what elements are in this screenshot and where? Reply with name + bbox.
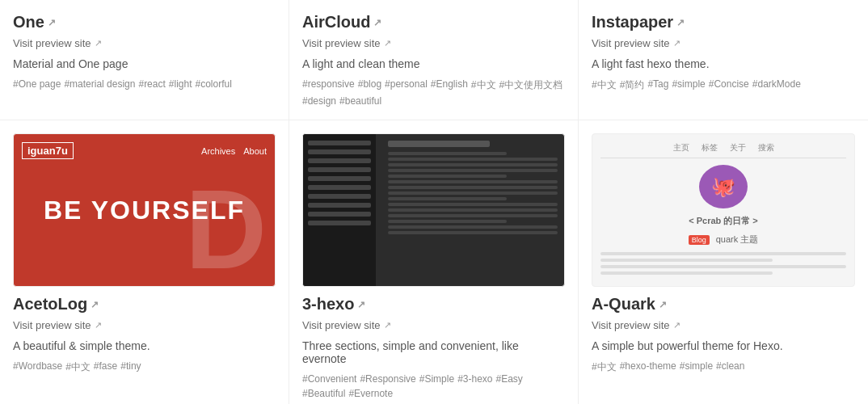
card-one: One ↗ Visit preview site ↗ Material and … (0, 0, 289, 120)
preview-logo: iguan7u (22, 142, 74, 159)
tag-item: #中文 (592, 78, 617, 92)
external-link-icon: ↗ (676, 17, 685, 28)
tag-list: #中文#hexo-theme#simple#clean (592, 360, 855, 374)
card-description: A light and clean theme (302, 57, 565, 70)
tag-item: #colorful (196, 78, 232, 90)
external-link-icon: ↗ (673, 38, 680, 48)
tag-list: #中文#简约#Tag#simple#Concise#darkMode (592, 78, 855, 92)
card-title-link[interactable]: A-Quark ↗ (592, 295, 667, 314)
tag-item: #simple (680, 360, 713, 374)
tag-item: #hexo-theme (620, 360, 676, 374)
tag-list: #Wordbase#中文#fase#tiny (13, 360, 276, 374)
tag-item: #darkMode (752, 78, 801, 92)
tag-item: #Tag (647, 78, 668, 92)
card-aquark: 主页标签关于搜索 🐙 < Pcrab 的日常 > Blog quark 主题 A… (579, 120, 868, 404)
tag-item: #Concise (709, 78, 749, 92)
tag-item: #Beautiful (302, 388, 345, 399)
tag-list: #Convenient#Responsive#Simple#3-hexo#Eas… (302, 373, 565, 399)
card-title-text: AirCloud (302, 13, 370, 32)
card-description: A beautiful & simple theme. (13, 339, 276, 352)
card-acetolog: iguan7u ArchivesAbout BE YOURSELF D Acet… (0, 120, 289, 404)
card-title-text: Instapaper (592, 13, 673, 32)
card-title-link[interactable]: AirCloud ↗ (302, 13, 381, 32)
card-instapaper: Instapaper ↗ Visit preview site ↗ A ligh… (579, 0, 868, 120)
visit-preview-link[interactable]: Visit preview site ↗ (302, 319, 391, 331)
visit-label-text: Visit preview site (13, 37, 91, 49)
tag-item: #material design (64, 78, 135, 90)
card-title-link[interactable]: 3-hexo ↗ (302, 295, 365, 314)
preview-mascot: 🐙 (699, 165, 748, 208)
tag-item: #3-hexo (457, 373, 492, 385)
tag-item: #Wordbase (13, 360, 62, 374)
preview-nav: ArchivesAbout (201, 146, 267, 156)
tag-list: #responsive#blog#personal#English#中文#中文使… (302, 78, 565, 107)
tag-item: #tiny (120, 360, 141, 374)
tag-item: #clean (716, 360, 744, 374)
card-aircloud: AirCloud ↗ Visit preview site ↗ A light … (289, 0, 579, 120)
tag-item: #Responsive (360, 373, 415, 385)
tag-item: #personal (385, 78, 428, 92)
visit-preview-link[interactable]: Visit preview site ↗ (592, 37, 680, 49)
external-link-icon: ↗ (95, 38, 102, 48)
visit-preview-link[interactable]: Visit preview site ↗ (302, 37, 391, 49)
tag-item: #中文 (471, 78, 496, 92)
tag-item: #Convenient (302, 373, 356, 385)
card-title-link[interactable]: AcetoLog ↗ (13, 295, 99, 314)
tag-item: #responsive (302, 78, 355, 92)
tag-item: #Simple (419, 373, 454, 385)
preview-image: 主页标签关于搜索 🐙 < Pcrab 的日常 > Blog quark 主题 (592, 133, 855, 287)
external-link-icon: ↗ (373, 17, 381, 28)
tag-item: #design (302, 95, 336, 107)
external-link-icon: ↗ (659, 299, 667, 310)
visit-label-text: Visit preview site (302, 319, 381, 331)
card-title-link[interactable]: Instapaper ↗ (592, 13, 685, 32)
external-link-icon: ↗ (95, 320, 102, 330)
tag-item: #simple (672, 78, 705, 92)
tag-item: #Evernote (348, 388, 393, 399)
external-link-icon: ↗ (91, 299, 99, 310)
tag-list: #One page#material design#react#light#co… (13, 78, 276, 90)
card-description: Three sections, simple and convenient, l… (302, 339, 565, 365)
external-link-icon: ↗ (673, 320, 680, 330)
card-title-link[interactable]: One ↗ (13, 13, 56, 32)
card-title-text: A-Quark (592, 295, 655, 314)
tag-item: #blog (358, 78, 381, 92)
visit-preview-link[interactable]: Visit preview site ↗ (13, 37, 102, 49)
card-description: A simple but powerful theme for Hexo. (592, 339, 855, 352)
tag-item: #简约 (620, 78, 645, 92)
tag-item: #One page (13, 78, 61, 90)
visit-preview-link[interactable]: Visit preview site ↗ (592, 319, 680, 331)
visit-preview-link[interactable]: Visit preview site ↗ (13, 319, 102, 331)
visit-label-text: Visit preview site (302, 37, 381, 49)
external-link-icon: ↗ (384, 320, 391, 330)
card-description: A light fast hexo theme. (592, 57, 855, 70)
preview-image (302, 133, 565, 287)
external-link-icon: ↗ (48, 17, 56, 28)
card-title-text: 3-hexo (302, 295, 354, 314)
tag-item: #中文 (592, 360, 617, 374)
visit-label-text: Visit preview site (592, 319, 670, 331)
preview-image: iguan7u ArchivesAbout BE YOURSELF D (13, 133, 276, 287)
tag-item: #beautiful (339, 95, 381, 107)
tag-item: #中文使用文档 (499, 78, 563, 92)
tag-item: #fase (94, 360, 117, 374)
visit-label-text: Visit preview site (13, 319, 91, 331)
card-description: Material and One page (13, 57, 276, 70)
external-link-icon: ↗ (357, 299, 365, 310)
tag-item: #react (138, 78, 165, 90)
tag-item: #中文 (65, 360, 91, 374)
tag-item: #light (169, 78, 192, 90)
tag-item: #English (431, 78, 468, 92)
card-title-text: One (13, 13, 44, 32)
card-3hexo: 3-hexo ↗ Visit preview site ↗ Three sect… (289, 120, 579, 404)
card-title-text: AcetoLog (13, 295, 87, 314)
external-link-icon: ↗ (384, 38, 391, 48)
tag-item: #Easy (496, 373, 523, 385)
visit-label-text: Visit preview site (592, 37, 670, 49)
